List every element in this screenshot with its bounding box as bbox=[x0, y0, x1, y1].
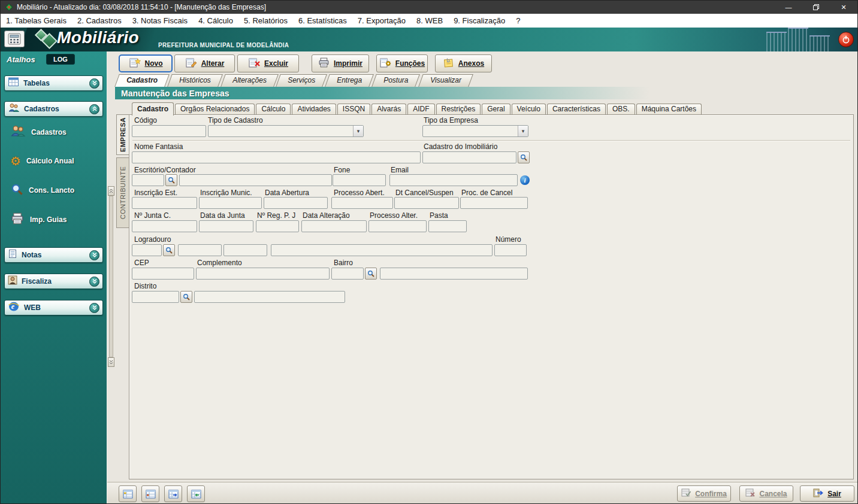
logradouro-search-button[interactable] bbox=[163, 244, 175, 256]
sidebar-group-web[interactable]: e WEB bbox=[4, 300, 103, 315]
distrito-codigo-input[interactable] bbox=[132, 291, 179, 303]
chevron-double-up-icon[interactable] bbox=[89, 104, 99, 114]
excluir-button[interactable]: Excluir bbox=[237, 54, 299, 72]
grid-view-button-4[interactable] bbox=[187, 485, 205, 502]
cep-input[interactable] bbox=[132, 268, 194, 280]
distrito-search-button[interactable] bbox=[180, 291, 192, 303]
menu-web[interactable]: 8. WEB bbox=[411, 16, 448, 25]
subtab-orgaos-relacionados[interactable]: Orgãos Relacionados bbox=[175, 104, 255, 114]
menu-cadastros[interactable]: 2. Cadastros bbox=[72, 16, 127, 25]
subtab-aidf[interactable]: AIDF bbox=[407, 104, 434, 114]
splitter-up-button[interactable] bbox=[108, 186, 114, 196]
chevron-double-down-icon[interactable] bbox=[89, 277, 99, 287]
funcoes-button[interactable]: Funções bbox=[376, 54, 428, 72]
bairro-search-button[interactable] bbox=[365, 268, 377, 280]
sidebar-item-cons-lancto[interactable]: Cons. Lancto bbox=[10, 181, 74, 199]
complemento-input[interactable] bbox=[196, 268, 330, 280]
alterar-button[interactable]: Alterar bbox=[174, 54, 235, 72]
dt-cancel-suspen-input[interactable] bbox=[394, 197, 459, 209]
escritorio-search-button[interactable] bbox=[165, 174, 177, 186]
subtab-atividades[interactable]: Atividades bbox=[292, 104, 336, 114]
subtab-obs[interactable]: OBS. bbox=[607, 104, 635, 114]
tab-servicos[interactable]: Serviços bbox=[276, 74, 328, 87]
tab-alteracoes[interactable]: Alterações bbox=[220, 74, 278, 87]
dropdown-arrow-icon[interactable]: ▾ bbox=[518, 126, 528, 136]
chevron-down-icon[interactable]: ▾ bbox=[27, 32, 30, 38]
sidebar-group-fiscaliza[interactable]: Fiscaliza bbox=[4, 274, 103, 289]
sidebar-group-notas[interactable]: Notas bbox=[4, 247, 103, 263]
vertical-splitter[interactable] bbox=[108, 186, 114, 367]
sidebar-group-tabelas[interactable]: Tabelas bbox=[4, 75, 103, 91]
subtab-veiculo[interactable]: Veículo bbox=[512, 104, 546, 114]
sair-button[interactable]: Sair bbox=[800, 485, 854, 502]
imprimir-button[interactable]: Imprimir bbox=[312, 54, 369, 72]
info-icon[interactable]: i bbox=[520, 175, 530, 185]
tab-entrega[interactable]: Entrega bbox=[325, 74, 374, 87]
subtab-caracteristicas[interactable]: Características bbox=[547, 104, 606, 114]
splitter-down-button[interactable] bbox=[108, 357, 114, 367]
subtab-calculo[interactable]: Cálculo bbox=[256, 104, 291, 114]
subtab-issqn[interactable]: ISSQN bbox=[337, 104, 370, 114]
data-da-junta-input[interactable] bbox=[199, 220, 253, 232]
inscricao-munic-input[interactable] bbox=[199, 197, 262, 209]
close-button[interactable]: ✕ bbox=[830, 1, 857, 14]
numero-input[interactable] bbox=[494, 244, 527, 256]
bairro-nome-input[interactable] bbox=[380, 268, 528, 280]
processo-abert-input[interactable] bbox=[331, 197, 393, 209]
tipo-empresa-select[interactable]: ▾ bbox=[422, 125, 528, 137]
sidetab-contribuinte[interactable]: CONTRIBUINTE bbox=[116, 157, 129, 228]
subtab-restricoes[interactable]: Restrições bbox=[436, 104, 481, 114]
data-abertura-input[interactable] bbox=[264, 197, 328, 209]
restore-button[interactable] bbox=[802, 1, 830, 14]
logradouro-nome-input[interactable] bbox=[271, 244, 493, 256]
novo-button[interactable]: Novo bbox=[119, 54, 173, 72]
menu-exportacao[interactable]: 7. Exportação bbox=[352, 16, 411, 25]
menu-estatisticas[interactable]: 6. Estatísticas bbox=[293, 16, 352, 25]
sidebar-group-cadastros[interactable]: Cadastros bbox=[4, 101, 103, 117]
grid-view-button-3[interactable] bbox=[164, 485, 182, 502]
distrito-nome-input[interactable] bbox=[194, 291, 345, 303]
anexos-button[interactable]: Anexos bbox=[435, 54, 492, 72]
sidebar-tab-atalhos[interactable]: Atalhos bbox=[7, 55, 35, 64]
subtab-maquina-cartoes[interactable]: Máquina Cartões bbox=[636, 104, 702, 114]
sidebar-item-cadastros[interactable]: Cadastros bbox=[10, 123, 67, 141]
chevron-double-down-icon[interactable] bbox=[89, 250, 99, 260]
tab-historicos[interactable]: Históricos bbox=[167, 74, 222, 87]
logradouro-tipo-input[interactable] bbox=[178, 244, 222, 256]
sidebar-item-calculo-anual[interactable]: ⚙ Cálculo Anual bbox=[10, 152, 74, 170]
chevron-double-down-icon[interactable] bbox=[89, 303, 99, 313]
tab-postura[interactable]: Postura bbox=[372, 74, 421, 87]
pasta-input[interactable] bbox=[428, 220, 467, 232]
cadastro-imobiliario-input[interactable] bbox=[422, 151, 516, 163]
menu-tabelas-gerais[interactable]: 1. Tabelas Gerais bbox=[1, 16, 72, 25]
subtab-cadastro[interactable]: Cadastro bbox=[132, 102, 174, 116]
codigo-input[interactable] bbox=[132, 125, 206, 137]
menu-calculo[interactable]: 4. Cálculo bbox=[193, 16, 238, 25]
tab-visualizar[interactable]: Visualizar bbox=[418, 74, 473, 87]
menu-notas-fiscais[interactable]: 3. Notas Fiscais bbox=[127, 16, 193, 25]
cancela-button[interactable]: Cancela bbox=[739, 485, 793, 502]
minimize-button[interactable]: — bbox=[775, 1, 802, 14]
tab-cadastro[interactable]: Cadastro bbox=[114, 74, 170, 87]
menu-fiscalizacao[interactable]: 9. Fiscalização bbox=[448, 16, 510, 25]
log-badge[interactable]: LOG bbox=[46, 54, 75, 65]
logradouro-codigo-input[interactable] bbox=[132, 244, 162, 256]
tipo-cadastro-select[interactable]: ▾ bbox=[208, 125, 364, 137]
grid-view-button-2[interactable] bbox=[141, 485, 159, 502]
no-reg-pj-input[interactable] bbox=[256, 220, 299, 232]
grid-view-button-1[interactable] bbox=[119, 485, 137, 502]
processo-alter-input[interactable] bbox=[368, 220, 427, 232]
cadastro-imobiliario-search-button[interactable] bbox=[518, 151, 530, 163]
escritorio-nome-input[interactable] bbox=[179, 174, 332, 186]
no-junta-input[interactable] bbox=[132, 220, 197, 232]
proc-de-cancel-input[interactable] bbox=[460, 197, 528, 209]
chevron-double-down-icon[interactable] bbox=[89, 78, 99, 89]
confirma-button[interactable]: Confirma bbox=[677, 485, 731, 502]
data-alteracao-input[interactable] bbox=[301, 220, 367, 232]
dropdown-arrow-icon[interactable]: ▾ bbox=[353, 126, 363, 136]
subtab-geral[interactable]: Geral bbox=[482, 104, 510, 114]
sidetab-empresa[interactable]: EMPRESA bbox=[116, 114, 129, 155]
inscricao-est-input[interactable] bbox=[132, 197, 197, 209]
escritorio-codigo-input[interactable] bbox=[132, 174, 164, 186]
subtab-alvaras[interactable]: Alvarás bbox=[371, 104, 406, 114]
